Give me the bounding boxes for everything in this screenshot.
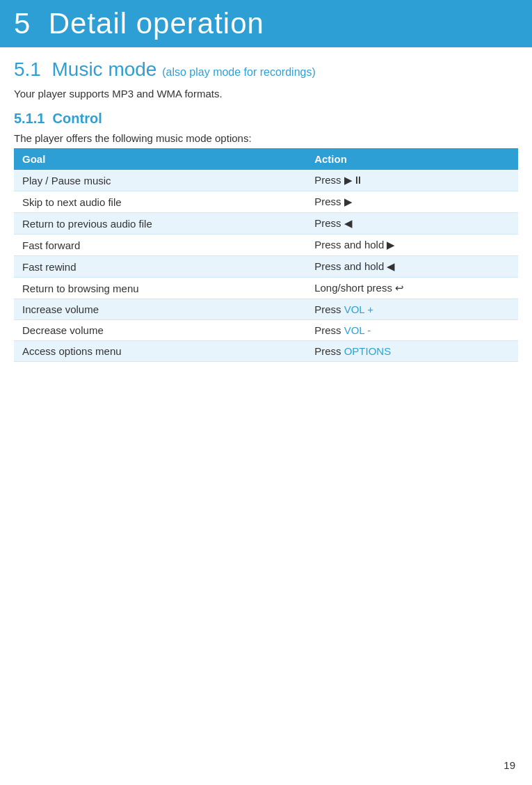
goal-cell: Play / Pause music (14, 170, 306, 191)
content-area: 5.1 Music mode (also play mode for recor… (0, 58, 532, 362)
action-cell: Long/short press ↩ (306, 278, 518, 299)
goal-cell: Return to previous audio file (14, 213, 306, 235)
goal-cell: Decrease volume (14, 320, 306, 341)
action-cell: Press ▶⏸ (306, 170, 518, 191)
table-row: Play / Pause music Press ▶⏸ (14, 170, 518, 191)
goal-cell: Access options menu (14, 341, 306, 362)
table-row: Fast rewind Press and hold ◀ (14, 256, 518, 278)
chapter-header: 5 Detail operation (0, 0, 532, 47)
intro-paragraph: Your player supports MP3 and WMA formats… (14, 88, 518, 100)
action-cell: Press VOL + (306, 299, 518, 320)
goal-cell: Fast rewind (14, 256, 306, 278)
goal-cell: Return to browsing menu (14, 278, 306, 299)
table-row: Access options menu Press OPTIONS (14, 341, 518, 362)
table-header-row: Goal Action (14, 148, 518, 170)
chapter-title: 5 Detail operation (14, 7, 518, 40)
action-cell: Press and hold ◀ (306, 256, 518, 278)
table-row: Return to previous audio file Press ◀ (14, 213, 518, 235)
vol-minus-label: VOL - (344, 324, 371, 336)
table-row: Decrease volume Press VOL - (14, 320, 518, 341)
table-row: Fast forward Press and hold ▶ (14, 235, 518, 256)
page-number: 19 (503, 759, 515, 771)
options-label: OPTIONS (344, 345, 392, 357)
col-header-goal: Goal (14, 148, 306, 170)
col-header-action: Action (306, 148, 518, 170)
goal-cell: Fast forward (14, 235, 306, 256)
table-row: Increase volume Press VOL + (14, 299, 518, 320)
action-cell: Press VOL - (306, 320, 518, 341)
vol-plus-label: VOL + (344, 303, 373, 315)
goal-cell: Skip to next audio file (14, 191, 306, 213)
section-title: 5.1 Music mode (also play mode for recor… (14, 58, 518, 81)
action-cell: Press ◀ (306, 213, 518, 235)
table-row: Return to browsing menu Long/short press… (14, 278, 518, 299)
controls-table: Goal Action Play / Pause music Press ▶⏸ … (14, 148, 518, 362)
action-cell: Press ▶ (306, 191, 518, 213)
table-row: Skip to next audio file Press ▶ (14, 191, 518, 213)
table-intro: The player offers the following music mo… (14, 132, 518, 144)
action-cell: Press OPTIONS (306, 341, 518, 362)
action-cell: Press and hold ▶ (306, 235, 518, 256)
goal-cell: Increase volume (14, 299, 306, 320)
subsection-title: 5.1.1 Control (14, 111, 518, 127)
